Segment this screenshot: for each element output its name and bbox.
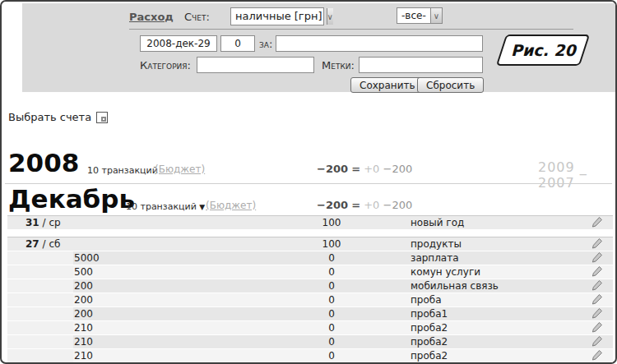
pencil-icon [591,349,603,362]
day-row: 27 / сб100продукты [7,237,613,251]
edit-button[interactable] [591,349,603,362]
transaction-value: 0 [294,322,369,334]
day-row: 31 / ср100новый год [7,215,613,229]
year-link-2009[interactable]: 2009 [538,159,575,175]
choose-accounts-label: Выбрать счета [8,111,91,123]
day-label: 31 / ср [26,217,61,228]
transaction-label: комун услуги [411,266,480,278]
tags-input[interactable] [359,57,483,73]
account-select-value: наличные [грн] [231,8,327,25]
transaction-row: 5000комун услуги [7,265,613,279]
year-title: 2008 [8,150,79,175]
edit-button[interactable] [591,251,603,264]
pencil-icon [591,251,603,264]
transaction-label: проба [411,294,442,306]
edit-button[interactable] [591,265,603,278]
transaction-amount: 500 [74,266,93,278]
transaction-label: новый год [411,217,464,228]
transaction-label: проба2 [411,350,448,362]
transaction-label: проба2 [411,322,448,334]
transaction-row: 2000мобильная связь [7,279,613,293]
month-transactions-count: 10 транзакций ▼ [126,201,205,212]
year-budget-link[interactable]: (Бюджет) [155,164,205,175]
expense-tab-link[interactable]: Расход [129,11,174,23]
year-nav-separator: _ [580,159,587,175]
transaction-value: 100 [294,238,369,250]
year-income: +0 [364,163,379,175]
chevron-down-icon[interactable]: ∨ [327,8,333,25]
entry-form-panel: Расход Счет: наличные [грн] ∨ за: Катего… [22,3,615,92]
transaction-label: продукты [411,238,462,250]
transaction-row: 2100проба2 [7,321,613,334]
chevron-down-icon[interactable]: ∨ [430,8,442,23]
transaction-amount: 200 [74,308,93,320]
amount-input[interactable] [220,35,255,52]
edit-button[interactable] [591,307,603,320]
pencil-icon [591,237,603,250]
transaction-amount: 5000 [74,252,100,264]
transaction-value: 100 [294,217,369,228]
transaction-value: 0 [294,336,369,348]
year-navigation: 2009 _ 2007 [538,159,615,191]
transaction-value: 0 [294,294,369,306]
transaction-label: зарплата [411,252,459,264]
figure-number-label: Рис. 20 [511,41,576,59]
transaction-row: 2000проба [7,293,613,306]
day-label: 27 / сб [26,238,60,250]
pencil-icon [591,265,603,278]
choose-accounts: Выбрать счета [8,111,108,123]
category-label: Категория: [140,59,191,71]
popup-window-icon[interactable] [96,112,108,123]
month-totals: −200 = +0 −200 [317,199,412,211]
month-total: −200 [317,199,348,211]
month-title: Декабрь [8,187,135,211]
pencil-icon [591,216,603,228]
edit-button[interactable] [591,293,603,306]
edit-button[interactable] [591,335,603,348]
year-totals: −200 = +0 −200 [317,163,412,175]
transaction-row: 50000зарплата [7,251,613,265]
transaction-value: 0 [294,252,369,264]
pencil-icon [591,335,603,348]
row-gap [7,230,613,237]
pencil-icon [591,279,603,292]
year-expense: −200 [383,163,413,175]
filter-select[interactable]: -все- ∨ [397,7,443,24]
transaction-value: 0 [294,308,369,320]
transaction-amount: 210 [74,336,93,348]
transaction-label: мобильная связь [411,280,499,292]
transaction-value: 0 [294,350,369,362]
transactions-table: 31 / ср100новый год27 / сб100продукты500… [7,215,613,363]
pencil-icon [591,293,603,306]
edit-button[interactable] [591,279,603,292]
transaction-row: 2100проба2 [7,349,613,362]
transaction-amount: 200 [74,294,93,306]
transaction-row: 2100проба2 [7,335,613,348]
tags-label: Метки: [322,59,355,71]
pencil-icon [591,321,603,334]
expand-triangle-icon[interactable]: ▼ [199,203,205,211]
figure-number-badge: Рис. 20 [496,35,590,66]
edit-button[interactable] [591,321,603,334]
transaction-value: 0 [294,266,369,278]
year-total: −200 [317,163,348,175]
edit-button[interactable] [591,237,603,250]
transaction-amount: 200 [74,280,93,292]
transaction-value: 0 [294,280,369,292]
month-budget-link[interactable]: (Бюджет) [206,200,256,211]
description-input[interactable] [276,35,483,52]
account-select[interactable]: наличные [грн] ∨ [230,7,324,25]
account-label: Счет: [184,11,210,23]
equals-sign: = [351,199,360,211]
save-button[interactable]: Сохранить [350,77,424,93]
pencil-icon [591,307,603,320]
for-label: за: [259,38,272,50]
month-transactions-label: 10 транзакций [126,201,197,212]
transaction-label: проба1 [411,308,448,320]
date-input[interactable] [140,35,217,52]
category-input[interactable] [197,57,314,73]
reset-button[interactable]: Сбросить [417,77,484,93]
filter-select-value: -все- [397,8,430,23]
transaction-row: 2000проба1 [7,307,613,320]
edit-button[interactable] [591,216,603,228]
